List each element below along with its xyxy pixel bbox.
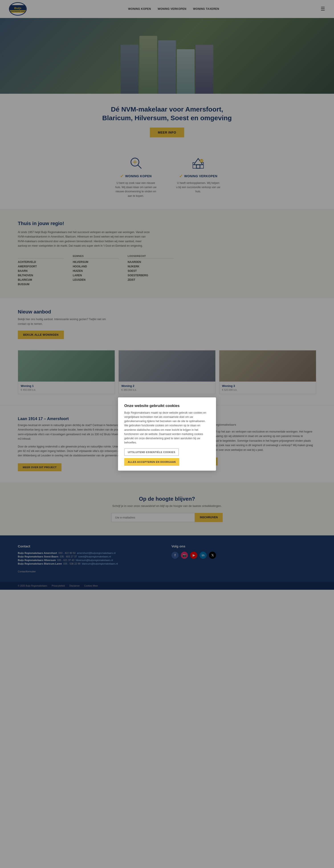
cookie-overlay: Onze website gebruikt cookies Buijs Regi…	[0, 0, 334, 590]
cookie-text: Buijs Regiomakelaars maakt op deze websi…	[124, 411, 210, 445]
cookie-reject-button[interactable]: UITSLUITEND ESSENTIËLE COOKIES	[124, 448, 179, 456]
cookie-buttons: UITSLUITEND ESSENTIËLE COOKIES ALLES ACC…	[124, 448, 210, 466]
cookie-banner: Onze website gebruikt cookies Buijs Regi…	[118, 397, 216, 471]
cookie-accept-button[interactable]: ALLES ACCEPTEREN EN DOORGAAN	[124, 458, 179, 466]
cookie-title: Onze website gebruikt cookies	[124, 404, 210, 408]
